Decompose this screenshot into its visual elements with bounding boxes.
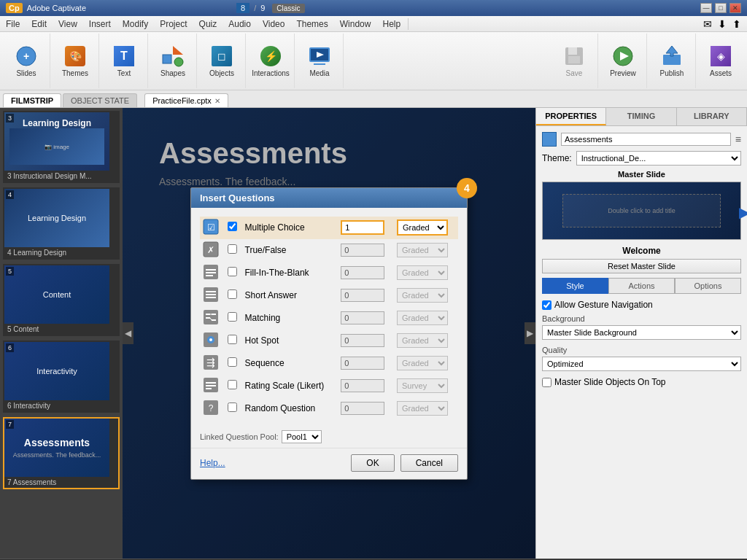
hs-checkbox[interactable] bbox=[228, 335, 237, 344]
tf-grading-cell[interactable]: Graded bbox=[394, 239, 458, 262]
rq-grading-cell[interactable]: Graded bbox=[394, 397, 458, 420]
gesture-checkbox[interactable] bbox=[542, 300, 551, 310]
hs-grading-cell[interactable]: Graded bbox=[394, 330, 458, 352]
tf-checkbox-cell[interactable] bbox=[225, 239, 242, 262]
fitb-checkbox-cell[interactable] bbox=[225, 262, 242, 284]
hs-count-input[interactable] bbox=[341, 334, 384, 347]
slide-thumb-4[interactable]: 4 Learning Design 4 Learning Design bbox=[3, 187, 120, 260]
match-grading-cell[interactable]: Graded bbox=[394, 307, 458, 330]
rq-checkbox[interactable] bbox=[228, 402, 237, 412]
rq-count-input[interactable] bbox=[341, 402, 384, 415]
menu-file[interactable]: File bbox=[0, 18, 26, 31]
file-tab-close-icon[interactable]: ✕ bbox=[214, 97, 220, 105]
text-button[interactable]: T Text bbox=[105, 41, 143, 81]
objects-button[interactable]: ◻ Objects bbox=[203, 41, 241, 81]
match-checkbox-cell[interactable] bbox=[225, 307, 242, 330]
rq-checkbox-cell[interactable] bbox=[225, 397, 242, 420]
menu-help[interactable]: Help bbox=[376, 18, 406, 31]
name-menu-icon[interactable]: ≡ bbox=[735, 133, 741, 145]
fitb-count-input[interactable] bbox=[341, 266, 384, 279]
maximize-button[interactable]: □ bbox=[715, 3, 727, 13]
menu-audio[interactable]: Audio bbox=[222, 18, 257, 31]
preview-button[interactable]: Preview bbox=[604, 41, 642, 81]
assets-button[interactable]: ◈ Assets bbox=[702, 41, 740, 81]
background-select[interactable]: Master Slide Background bbox=[542, 325, 741, 340]
tf-grading-select[interactable]: Graded bbox=[397, 243, 448, 257]
minimize-button[interactable]: — bbox=[700, 3, 712, 13]
tf-checkbox[interactable] bbox=[228, 244, 237, 254]
seq-count-cell[interactable] bbox=[338, 352, 394, 375]
menu-themes[interactable]: Themes bbox=[290, 18, 333, 31]
themes-button[interactable]: 🎨 Themes bbox=[56, 41, 94, 81]
saq-checkbox[interactable] bbox=[228, 289, 237, 299]
menu-video[interactable]: Video bbox=[257, 18, 290, 31]
slide-thumb-5[interactable]: 5 Content 5 Content bbox=[3, 264, 120, 336]
slides-button[interactable]: + Slides bbox=[7, 41, 45, 81]
menu-window[interactable]: Window bbox=[334, 18, 377, 31]
lik-checkbox-cell[interactable] bbox=[225, 375, 242, 397]
hs-grading-select[interactable]: Graded bbox=[397, 333, 448, 348]
name-field[interactable] bbox=[561, 133, 731, 146]
match-grading-select[interactable]: Graded bbox=[397, 311, 448, 325]
cancel-button[interactable]: Cancel bbox=[400, 454, 458, 472]
tf-count-cell[interactable] bbox=[338, 239, 394, 262]
reset-master-slide-button[interactable]: Reset Master Slide bbox=[542, 259, 741, 273]
toolbar-icon-1[interactable]: ✉ bbox=[703, 18, 712, 30]
fitb-checkbox[interactable] bbox=[228, 267, 237, 276]
menu-project[interactable]: Project bbox=[154, 18, 193, 31]
match-checkbox[interactable] bbox=[228, 312, 237, 322]
seq-count-input[interactable] bbox=[341, 357, 384, 370]
saq-grading-cell[interactable]: Graded bbox=[394, 284, 458, 307]
tf-count-input[interactable] bbox=[341, 244, 384, 257]
shapes-button[interactable]: Shapes bbox=[154, 41, 192, 81]
linked-pool-select[interactable]: Pool1 Pool2 bbox=[282, 430, 322, 443]
window-controls[interactable]: — □ ✕ bbox=[700, 3, 741, 13]
hs-count-cell[interactable] bbox=[338, 330, 394, 352]
match-count-cell[interactable] bbox=[338, 307, 394, 330]
tab-style[interactable]: Style bbox=[542, 278, 608, 294]
fitb-count-cell[interactable] bbox=[338, 262, 394, 284]
rq-count-cell[interactable] bbox=[338, 397, 394, 420]
publish-button[interactable]: Publish bbox=[653, 41, 691, 81]
seq-grading-cell[interactable]: Graded bbox=[394, 352, 458, 375]
lik-count-cell[interactable] bbox=[338, 375, 394, 397]
slide-thumb-7[interactable]: 7 Assessments Assessments. The feedback.… bbox=[3, 417, 120, 489]
saq-checkbox-cell[interactable] bbox=[225, 284, 242, 307]
mc-checkbox-cell[interactable] bbox=[225, 217, 242, 239]
lik-count-input[interactable] bbox=[341, 379, 384, 392]
saq-count-cell[interactable] bbox=[338, 284, 394, 307]
master-objects-checkbox[interactable] bbox=[542, 378, 551, 387]
slide-thumb-6[interactable]: 6 Interactivity 6 Interactivity bbox=[3, 341, 120, 413]
lik-grading-select[interactable]: SurveyGraded bbox=[397, 378, 448, 393]
menu-view[interactable]: View bbox=[53, 18, 83, 31]
tab-properties[interactable]: PROPERTIES bbox=[536, 108, 606, 125]
help-link[interactable]: Help... bbox=[200, 458, 225, 468]
mc-count-cell[interactable] bbox=[338, 217, 394, 239]
tab-object-state[interactable]: OBJECT STATE bbox=[63, 93, 137, 107]
master-slide-arrow[interactable]: ▶ bbox=[739, 203, 747, 221]
save-button[interactable]: Save bbox=[555, 41, 593, 81]
mc-checkbox[interactable] bbox=[228, 222, 237, 231]
menu-quiz[interactable]: Quiz bbox=[193, 18, 223, 31]
quality-select[interactable]: Optimized High Quality bbox=[542, 357, 741, 371]
interactions-button[interactable]: ⚡ Interactions bbox=[252, 41, 290, 81]
mc-grading-select[interactable]: Graded Survey Pretest bbox=[397, 219, 448, 236]
ok-button[interactable]: OK bbox=[351, 454, 394, 472]
tab-filmstrip[interactable]: FILMSTRIP bbox=[3, 93, 61, 107]
saq-grading-select[interactable]: Graded bbox=[397, 288, 448, 303]
tab-file[interactable]: PracticeFile.cptx ✕ bbox=[144, 93, 228, 107]
fitb-grading-select[interactable]: Graded bbox=[397, 265, 448, 280]
tab-library[interactable]: LIBRARY bbox=[677, 108, 747, 125]
fitb-grading-cell[interactable]: Graded bbox=[394, 262, 458, 284]
tab-actions[interactable]: Actions bbox=[608, 278, 675, 294]
match-count-input[interactable] bbox=[341, 311, 384, 324]
tab-options[interactable]: Options bbox=[675, 278, 741, 294]
media-button[interactable]: Media bbox=[301, 41, 338, 81]
close-button[interactable]: ✕ bbox=[729, 3, 741, 13]
seq-checkbox[interactable] bbox=[228, 357, 237, 367]
theme-select[interactable]: Instructional_De... bbox=[576, 151, 741, 166]
menu-modify[interactable]: Modify bbox=[117, 18, 154, 31]
slide-thumb-3[interactable]: 3 Learning Design 📷 image 3 Instructiona… bbox=[3, 111, 120, 183]
toolbar-icon-2[interactable]: ⬇ bbox=[718, 18, 727, 30]
tab-timing[interactable]: TIMING bbox=[606, 108, 676, 125]
